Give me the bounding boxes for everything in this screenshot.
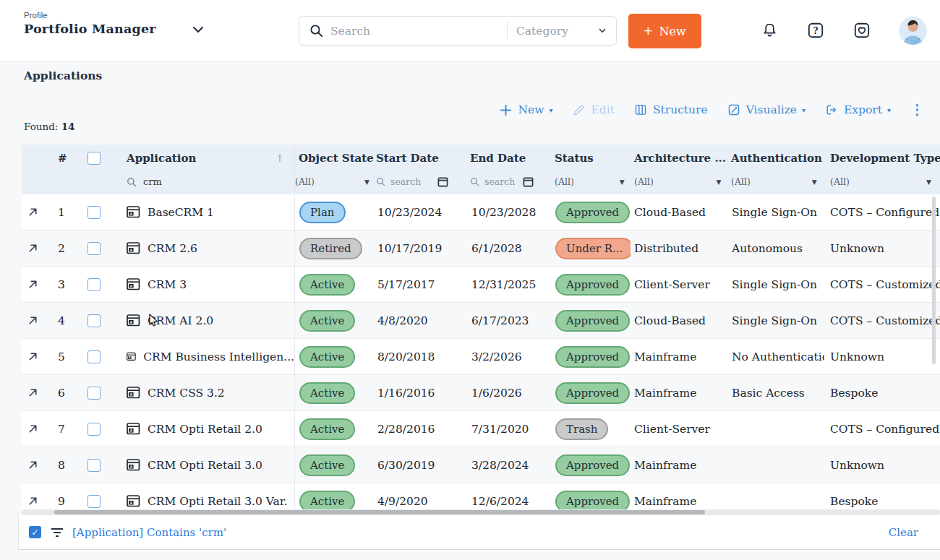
col-header-object-state[interactable]: Object State — [295, 152, 376, 165]
table-row[interactable]: 4ACRM AI 2.0Active4/8/20206/17/2023Appro… — [22, 303, 940, 339]
search-icon — [309, 24, 323, 38]
row-number: 8 — [43, 447, 76, 483]
application-cell[interactable]: ACRM Business Intelligen... — [112, 339, 295, 374]
row-checkbox[interactable] — [76, 411, 112, 447]
col-header-architecture[interactable]: Architecture ... — [631, 152, 729, 165]
help-icon[interactable]: ? — [806, 20, 826, 40]
row-checkbox[interactable] — [76, 375, 112, 410]
row-checkbox[interactable] — [76, 231, 112, 266]
development-type-cell: COTS – Customized — [824, 267, 940, 302]
table-row[interactable]: 1ABaseCRM 1Plan10/23/202410/23/2028Appro… — [22, 194, 940, 231]
row-checkbox[interactable] — [76, 194, 112, 230]
authentication-cell: Single Sign-On — [729, 267, 824, 302]
open-row-button[interactable] — [22, 339, 43, 374]
start-date-filter[interactable]: search — [376, 172, 470, 191]
active-filter-text[interactable]: [Application] Contains 'crm' — [72, 526, 226, 539]
open-row-button[interactable] — [22, 231, 43, 266]
horizontal-scrollbar[interactable] — [22, 509, 940, 515]
application-cell[interactable]: ACRM Opti Retail 2.0 — [112, 411, 295, 447]
application-header-label: Application — [127, 152, 196, 165]
sort-ascending-icon[interactable]: ↑ — [275, 152, 284, 164]
favorites-icon[interactable] — [852, 20, 872, 40]
table-row[interactable]: 6ACRM CSS 3.2Active1/16/20161/6/2026Appr… — [22, 375, 940, 411]
select-all-checkbox[interactable] — [76, 152, 112, 165]
new-button[interactable]: + New — [628, 14, 701, 48]
status-pill: Under R... — [555, 238, 631, 259]
category-select[interactable]: Category — [508, 25, 616, 38]
profile-switcher[interactable]: Profile Portfolio Manager — [24, 11, 156, 36]
object-state-cell: Plan — [295, 194, 376, 230]
development-type-cell: COTS – Customized — [824, 303, 940, 338]
table-row[interactable]: 3ACRM 3Active5/17/201712/31/2025Approved… — [22, 267, 940, 303]
application-cell[interactable]: ACRM CSS 3.2 — [112, 375, 295, 410]
open-row-button[interactable] — [22, 303, 43, 338]
notifications-bell-icon[interactable] — [759, 20, 779, 40]
application-name: CRM Opti Retail 2.0 — [148, 423, 262, 436]
col-header-authentication[interactable]: Authentication — [729, 152, 824, 165]
status-pill: Plan — [299, 202, 346, 223]
application-cell[interactable]: ACRM AI 2.0 — [112, 303, 295, 338]
end-date-cell: 6/17/2023 — [470, 303, 551, 338]
authentication-filter[interactable]: (All)▼ — [729, 172, 824, 191]
object-state-filter[interactable]: (All)▼ — [295, 172, 376, 191]
application-cell[interactable]: ACRM Opti Retail 3.0 — [112, 447, 295, 483]
table-row[interactable]: 5ACRM Business Intelligen...Active8/20/2… — [22, 339, 940, 375]
structure-button[interactable]: Structure — [634, 103, 708, 116]
application-filter-input[interactable] — [143, 176, 252, 187]
col-header-status[interactable]: Status — [551, 152, 631, 165]
table-row[interactable]: 7ACRM Opti Retail 2.0Active2/28/20167/31… — [22, 411, 940, 447]
row-checkbox[interactable] — [76, 267, 112, 302]
row-number: 4 — [43, 303, 76, 338]
architecture-cell: Mainframe — [631, 375, 729, 410]
authentication-cell — [729, 411, 824, 447]
start-date-cell: 1/16/2016 — [376, 375, 470, 410]
open-row-button[interactable] — [22, 447, 43, 483]
more-options-kebab-icon[interactable]: ⋮ — [910, 105, 924, 113]
calendar-icon[interactable] — [437, 176, 448, 187]
user-avatar[interactable] — [899, 17, 927, 45]
row-checkbox[interactable] — [76, 303, 112, 338]
row-checkbox[interactable] — [76, 339, 112, 374]
table-row[interactable]: 8ACRM Opti Retail 3.0Active6/30/20193/28… — [22, 447, 940, 483]
architecture-filter[interactable]: (All)▼ — [631, 172, 729, 191]
found-label: Found: — [24, 121, 58, 132]
application-cell[interactable]: ACRM 2.6 — [112, 231, 295, 266]
col-header-num[interactable]: # — [43, 152, 76, 165]
open-row-button[interactable] — [22, 411, 43, 447]
col-header-development-type[interactable]: Development Type — [824, 152, 940, 165]
status-cell: Trash — [551, 411, 631, 447]
development-type-filter[interactable]: (All)▼ — [824, 172, 940, 191]
col-header-start-date[interactable]: Start Date — [376, 152, 470, 165]
application-cell[interactable]: ACRM 3 — [112, 267, 295, 302]
svg-text:A: A — [129, 320, 132, 324]
application-cell[interactable]: ABaseCRM 1 — [112, 194, 295, 230]
application-name: CRM 2.6 — [148, 242, 197, 255]
table-new-button[interactable]: New ▾ — [500, 103, 552, 116]
export-button[interactable]: Export ▾ — [825, 103, 891, 116]
clear-filter-button[interactable]: Clear — [889, 526, 918, 539]
col-header-application[interactable]: Application ↑ — [112, 145, 295, 172]
object-state-cell: Active — [295, 411, 376, 447]
visualize-button[interactable]: Visualize ▾ — [727, 103, 806, 116]
chevron-down-icon[interactable] — [190, 22, 206, 40]
open-row-button[interactable] — [22, 194, 43, 230]
svg-text:A: A — [129, 392, 132, 397]
horizontal-scrollbar-thumb[interactable] — [54, 510, 705, 514]
status-pill: Active — [299, 346, 355, 368]
col-header-end-date[interactable]: End Date — [470, 152, 551, 165]
end-date-filter[interactable]: search — [470, 172, 551, 191]
filter-icon[interactable] — [51, 527, 64, 538]
vertical-scrollbar[interactable] — [932, 197, 936, 364]
filter-enabled-checkbox[interactable]: ✓ — [29, 526, 41, 538]
application-filter[interactable] — [112, 172, 295, 191]
table-row[interactable]: 2ACRM 2.6Retired10/17/20196/1/2028Under … — [22, 231, 940, 267]
search-input[interactable] — [330, 25, 507, 38]
calendar-icon[interactable] — [523, 176, 534, 187]
edit-button[interactable]: Edit — [573, 103, 615, 116]
open-row-button[interactable] — [22, 375, 43, 410]
object-state-cell: Active — [295, 303, 376, 338]
row-checkbox[interactable] — [76, 447, 112, 483]
architecture-cell: Cloud-Based — [631, 194, 729, 230]
open-row-button[interactable] — [22, 267, 43, 302]
status-filter[interactable]: (All)▼ — [551, 172, 631, 191]
